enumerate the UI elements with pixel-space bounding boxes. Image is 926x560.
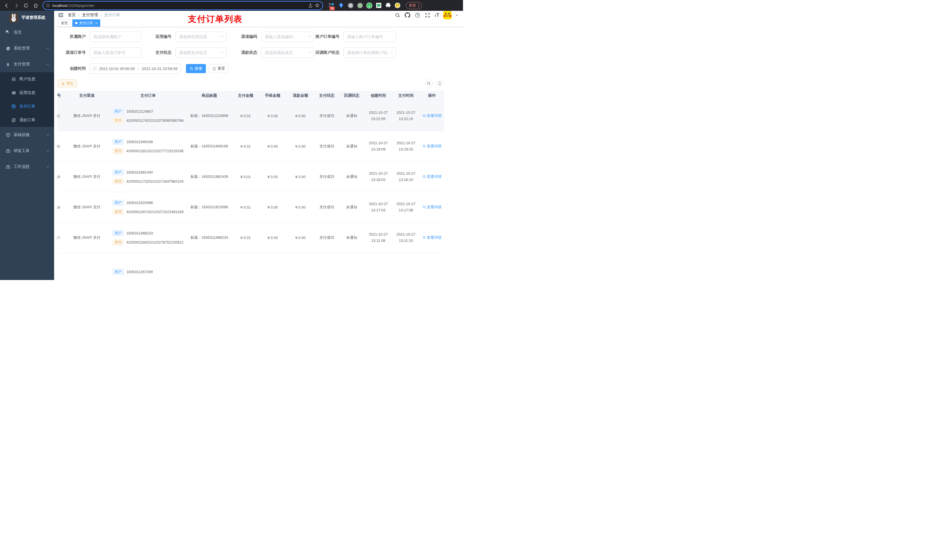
channel-order-input[interactable] xyxy=(90,48,141,58)
help-icon[interactable] xyxy=(414,12,421,18)
tag-pay-order[interactable]: 支付订单 × xyxy=(72,20,100,27)
browser-menu-icon[interactable] xyxy=(418,3,419,8)
pay-badge: 支付 xyxy=(112,239,124,245)
briefcase-icon xyxy=(6,165,10,169)
cell-amount: ¥ 0.01 xyxy=(232,101,259,131)
cell-action: 查看详情 xyxy=(420,131,444,162)
col-id: 编号 xyxy=(57,91,64,100)
clock-icon xyxy=(93,66,97,71)
close-icon[interactable]: × xyxy=(95,21,97,25)
merchant-input[interactable] xyxy=(90,32,141,42)
refresh-icon xyxy=(212,67,216,71)
fullscreen-icon[interactable] xyxy=(424,12,431,18)
channel-order-label: 渠道订单号 xyxy=(57,50,90,55)
extension-emoji-icon[interactable] xyxy=(394,2,401,9)
view-detail-link[interactable]: 查看详情 xyxy=(422,174,442,179)
command-glyph-icon: ⌘ xyxy=(348,3,354,9)
merchant-order-field xyxy=(343,32,396,42)
sidebar-item-dev-tools[interactable]: 研发工具 xyxy=(0,143,54,159)
cell-fee: ¥ 0.00 xyxy=(259,192,286,222)
sidebar-item-label: 研发工具 xyxy=(14,148,46,153)
cell-notify: 未通知 xyxy=(339,222,365,253)
cell-pay-order: 商户 1635311823086 支付 42000011672021102710… xyxy=(110,192,186,222)
date-start[interactable]: 2021-10-01 00:00:00 xyxy=(99,66,135,71)
cell-channel: 微信 JSAPI 支付 xyxy=(64,131,110,162)
search-icon xyxy=(422,114,426,118)
tag-label: 支付订单 xyxy=(79,21,93,26)
extension-recorder-icon[interactable] xyxy=(357,2,363,9)
search-icon xyxy=(190,67,193,71)
font-size-icon[interactable]: TT xyxy=(434,12,439,18)
pay-order-no: 4200001194202110276752100612 xyxy=(126,240,184,245)
pay-status-select[interactable] xyxy=(176,48,227,58)
date-end[interactable]: 2021-10-31 23:59:59 xyxy=(142,66,177,71)
github-icon[interactable] xyxy=(404,12,411,18)
filter-row-2: 渠道订单号 支付状态 退款状态 回调商户状态 xyxy=(57,48,460,58)
sidebar-item-payment[interactable]: ¥ 支付管理 xyxy=(0,56,54,72)
pay-badge: 支付 xyxy=(112,118,124,124)
yen-icon: ¥ xyxy=(6,62,10,66)
channel-code-select[interactable] xyxy=(261,32,314,42)
url-bar[interactable]: localhost:1024/pay/order xyxy=(43,2,322,9)
browser-forward-button[interactable] xyxy=(12,2,20,9)
view-detail-link[interactable]: 查看详情 xyxy=(422,205,442,210)
merchant-order-input[interactable] xyxy=(343,32,396,42)
sidebar-item-merchant-info[interactable]: 商户信息 xyxy=(0,72,54,86)
app-title: 芋道管理系统 xyxy=(21,15,45,20)
browser-home-button[interactable] xyxy=(32,2,39,9)
extension-kite-icon[interactable] xyxy=(338,2,344,9)
avatar[interactable] xyxy=(443,11,452,20)
callback-status-select[interactable] xyxy=(343,48,396,58)
cell-fee: ¥ 0.00 xyxy=(259,222,286,253)
browser-reload-button[interactable] xyxy=(22,2,30,9)
topbar-actions: TT xyxy=(394,11,463,20)
reset-button[interactable]: 重置 xyxy=(209,64,228,73)
sidebar-item-app-info[interactable]: 应用信息 xyxy=(0,86,54,100)
sidebar-item-home[interactable]: 首页 xyxy=(0,24,54,41)
show-search-toggle-button[interactable] xyxy=(425,79,433,88)
cell-channel: 微信 JSAPI 支付 xyxy=(64,222,110,253)
merchant-order-no: 1635312124657 xyxy=(126,109,153,113)
cell-created: 2021-10-27 13:11:08 xyxy=(365,222,392,253)
header-search-icon[interactable] xyxy=(394,12,401,18)
view-detail-link[interactable]: 查看详情 xyxy=(422,113,442,118)
browser-update-button[interactable]: 更新 xyxy=(406,2,422,9)
extension-chat-icon[interactable] xyxy=(375,2,382,9)
yen-circle-icon: ¥ xyxy=(11,104,16,109)
extension-command-icon[interactable]: ⌘ xyxy=(347,2,354,9)
sidebar-item-refund-order[interactable]: 退款订单 xyxy=(0,113,54,127)
share-icon[interactable] xyxy=(309,3,313,8)
date-range-picker[interactable]: 2021-10-01 00:00:00 - 2021-10-31 23:59:5… xyxy=(90,63,181,74)
sidebar-item-infrastructure[interactable]: 基础设施 xyxy=(0,127,54,143)
cell-notify: 未通知 xyxy=(339,131,365,162)
table-row: 120 微信 JSAPI 支付 商户 1635311949168 支付 4200… xyxy=(57,131,444,162)
view-detail-link[interactable]: 查看详情 xyxy=(422,144,442,149)
browser-back-button[interactable] xyxy=(3,2,10,9)
refresh-table-button[interactable] xyxy=(436,79,443,88)
sidebar-collapse-button[interactable] xyxy=(54,12,68,18)
sidebar-item-system[interactable]: 系统管理 xyxy=(0,41,54,56)
sidebar-logo[interactable]: 芋道管理系统 xyxy=(0,11,54,24)
chevron-down-icon xyxy=(46,133,50,137)
breadcrumb-payment[interactable]: 支付管理 xyxy=(82,12,98,18)
refund-status-select[interactable] xyxy=(261,48,314,58)
cell-fee: ¥ 0.00 xyxy=(259,162,286,192)
merchant-order-label: 商户订单编号 xyxy=(314,34,343,39)
tag-home[interactable]: 首页 xyxy=(58,20,71,27)
view-detail-label: 查看详情 xyxy=(427,174,442,179)
search-button[interactable]: 搜索 xyxy=(186,64,206,73)
y-glyph-icon: y xyxy=(366,2,372,9)
export-button[interactable]: 导出 xyxy=(57,79,77,88)
avatar-caret-icon[interactable] xyxy=(455,14,458,17)
bookmark-star-icon[interactable] xyxy=(315,3,319,8)
merchant-label: 所属商户 xyxy=(57,34,90,39)
sidebar-item-pay-order[interactable]: ¥ 支付订单 xyxy=(0,100,54,113)
extension-tampermonkey-icon[interactable]: 10 xyxy=(328,2,335,9)
sidebar-item-workflow[interactable]: 工作流程 xyxy=(0,159,54,175)
extension-y-icon[interactable]: y xyxy=(366,2,372,9)
extension-puzzle-icon[interactable] xyxy=(385,2,391,9)
breadcrumb-home[interactable]: 首页 xyxy=(68,12,76,18)
view-detail-link[interactable]: 查看详情 xyxy=(422,235,442,240)
col-channel: 支付渠道 xyxy=(64,91,110,100)
app-select[interactable] xyxy=(176,32,227,42)
